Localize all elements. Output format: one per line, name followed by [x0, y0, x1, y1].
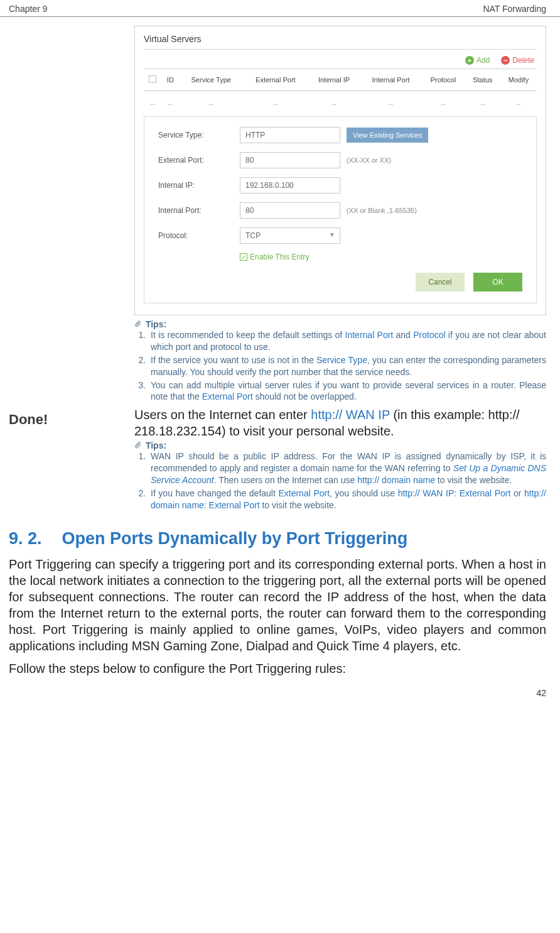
tips-block: Tips: It is recommended to keep the defa…: [134, 319, 546, 403]
paperclip-icon: [134, 441, 142, 450]
ok-button[interactable]: OK: [473, 273, 522, 292]
page-header: Chapter 9 NAT Forwarding: [0, 0, 560, 17]
col-id: ID: [162, 69, 179, 91]
external-port-hint: (XX-XX or XX): [347, 156, 391, 164]
internal-ip-label: Internal IP:: [158, 181, 240, 190]
service-type-label: Service Type:: [158, 131, 240, 139]
section-title: Open Ports Dynamically by Port Triggerin…: [62, 529, 408, 548]
col-service-type: Service Type: [179, 69, 244, 91]
delete-button[interactable]: − Delete: [501, 56, 534, 65]
tip-item: You can add multiple virtual server rule…: [148, 379, 546, 403]
service-type-input[interactable]: [240, 127, 340, 143]
internal-port-input[interactable]: [240, 202, 340, 219]
protocol-label: Protocol:: [158, 231, 240, 240]
internal-port-label: Internal Port:: [158, 206, 240, 215]
minus-icon: −: [501, 56, 510, 65]
delete-label: Delete: [512, 56, 534, 65]
enable-entry-checkbox[interactable]: ✓ Enable This Entry: [158, 253, 522, 261]
col-status: Status: [465, 69, 500, 91]
col-internal-port: Internal Port: [360, 69, 422, 91]
external-port-input[interactable]: [240, 152, 340, 168]
paperclip-icon: [134, 320, 142, 329]
table-row: -- -- -- -- -- -- -- -- --: [144, 91, 537, 117]
tip-item: If the service you want to use is not in…: [148, 354, 546, 378]
col-external-port: External Port: [243, 69, 308, 91]
checkbox-icon[interactable]: [149, 75, 156, 83]
panel-title: Virtual Servers: [144, 34, 537, 50]
done-label: Done!: [9, 412, 134, 428]
internal-ip-input[interactable]: [240, 177, 340, 194]
enable-label: Enable This Entry: [250, 253, 310, 261]
col-internal-ip: Internal IP: [308, 69, 360, 91]
form-panel: Service Type: View Existing Services Ext…: [144, 116, 537, 303]
section-heading: 9. 2.Open Ports Dynamically by Port Trig…: [9, 529, 546, 548]
section-number: 9. 2.: [9, 529, 42, 548]
done-paragraph: Users on the Internet can enter http:// …: [134, 406, 546, 439]
tips-block-2: Tips: WAN IP should be a public IP addre…: [134, 440, 546, 511]
virtual-servers-panel: Virtual Servers + Add − Delete ID: [134, 26, 546, 315]
protocol-select[interactable]: ▼: [240, 227, 340, 244]
page-number: 42: [0, 688, 560, 704]
body-paragraph: Follow the steps below to configure the …: [9, 660, 546, 677]
tip-item: It is recommended to keep the default se…: [148, 329, 546, 353]
internal-port-hint: (XX or Blank ,1-65535): [347, 207, 417, 214]
external-port-label: External Port:: [158, 156, 240, 165]
col-modify: Modify: [500, 69, 537, 91]
chapter-label: Chapter 9: [9, 4, 47, 14]
plus-icon: +: [465, 56, 474, 65]
check-icon: ✓: [240, 253, 247, 261]
body-paragraph: Port Triggering can specify a triggering…: [9, 556, 546, 654]
col-checkbox: [144, 69, 162, 91]
cancel-button[interactable]: Cancel: [416, 273, 465, 292]
add-button[interactable]: + Add: [465, 56, 490, 65]
col-protocol: Protocol: [421, 69, 465, 91]
virtual-servers-table: ID Service Type External Port Internal I…: [144, 68, 537, 116]
add-label: Add: [477, 56, 490, 65]
tip-item: WAN IP should be a public IP address. Fo…: [148, 450, 546, 486]
topic-label: NAT Forwarding: [483, 4, 546, 14]
view-existing-button[interactable]: View Existing Services: [347, 128, 428, 143]
tip-item: If you have changed the default External…: [148, 488, 546, 511]
chevron-down-icon: ▼: [329, 231, 335, 238]
